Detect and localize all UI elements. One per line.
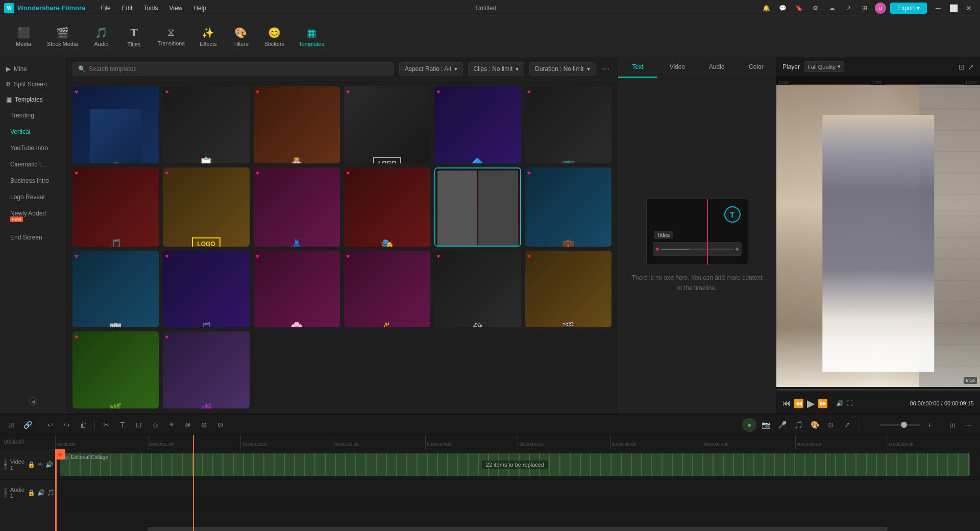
add-video-track-button[interactable]: + — [4, 460, 7, 470]
template-card-9[interactable]: ♥ 👗 00:13 ⬇ AI Style Fashion Vibes ... — [254, 167, 340, 247]
mask-button[interactable]: ⌖ — [164, 418, 179, 432]
message-icon[interactable]: 💬 — [777, 2, 789, 14]
template-card-5[interactable]: ♥ 🔷 00:06 ⬇ LOGO Reveal 17 — [434, 86, 521, 163]
menu-view[interactable]: View — [164, 3, 187, 14]
add-audio-track-button[interactable]: + — [4, 488, 7, 498]
sidebar-item-youtube-intro[interactable]: YouTube Intro — [2, 140, 64, 156]
redo-button[interactable]: ↪ — [60, 418, 74, 432]
play-button[interactable]: ▶ — [807, 397, 815, 409]
template-card-10[interactable]: ♥ 🎭 00:10 ⬇ The Clown Appears — [344, 167, 430, 247]
tab-video[interactable]: Video — [657, 57, 697, 78]
tool-filters[interactable]: 🎨 Filters — [226, 22, 256, 51]
sidebar-item-newly-added[interactable]: Newly Added NEW — [2, 206, 64, 229]
apps-icon[interactable]: ⊞ — [859, 2, 871, 14]
audio-solo-icon[interactable]: 🎵 — [47, 489, 55, 496]
audio-mute-icon[interactable]: 🔊 — [37, 489, 45, 496]
video-eye-icon[interactable]: 👁 — [37, 461, 43, 468]
settings-icon[interactable]: ⚙ — [810, 2, 822, 14]
quality-select[interactable]: Full Quality ▾ — [804, 61, 844, 72]
menu-edit[interactable]: Edit — [117, 3, 138, 14]
collapse-sidebar-button[interactable]: ◀ — [29, 397, 37, 405]
minimize-button[interactable]: ─ — [931, 2, 945, 14]
tool-audio[interactable]: 🎵 Audio — [86, 22, 117, 51]
template-card-19[interactable]: ♥ 🌿 00:10 ⬇ — [72, 331, 159, 408]
template-card-15[interactable]: ♥ 🌸 00:13 ⬇ Sweet And Beautiful F... — [254, 251, 340, 328]
more-options-button[interactable]: ··· — [601, 62, 611, 76]
duration-filter[interactable]: Duration : No limit ▾ — [529, 62, 595, 76]
player-video[interactable]: 9:16 — [776, 85, 980, 387]
cloud-icon[interactable]: ☁ — [826, 2, 838, 14]
tool-stickers[interactable]: 😊 Stickers — [258, 22, 290, 51]
fullscreen-icon[interactable]: ⤢ — [968, 63, 974, 71]
camera-button[interactable]: 📷 — [758, 418, 773, 432]
notification-icon[interactable]: 🔔 — [761, 2, 773, 14]
text-button[interactable]: T — [115, 418, 130, 432]
layout-button[interactable]: ⊞ — [945, 418, 960, 432]
keyframe-button[interactable]: ◇ — [148, 418, 162, 432]
undo-button[interactable]: ↩ — [43, 418, 58, 432]
template-card-3[interactable]: ♥ 🎂 00:09 ⬇ Birthday Record 03 — [254, 86, 340, 163]
maximize-button[interactable]: ⬜ — [946, 2, 961, 14]
sidebar-item-cinematic[interactable]: Cinematic I... — [2, 157, 64, 172]
trim-button[interactable]: ⊘ — [213, 418, 228, 432]
template-card-6[interactable]: ♥ 📺 00:08 ⬇ Endscreen 06 — [525, 86, 611, 163]
tool-effects[interactable]: ✨ Effects — [193, 22, 224, 51]
video-lock-icon[interactable]: 🔒 — [28, 461, 35, 468]
tool-media[interactable]: ⬛ Media — [8, 22, 39, 51]
zoom-out-button[interactable]: − — [863, 418, 877, 432]
sidebar-split-screen[interactable]: ⧉ Split Screen — [0, 77, 66, 92]
tab-audio[interactable]: Audio — [697, 57, 737, 78]
template-card-1[interactable]: ♥ 📺 00:09 ⬇ The Key News Channe... — [72, 86, 159, 163]
aspect-ratio-filter[interactable]: Aspect Ratio : All ▾ — [399, 62, 463, 76]
delete-button[interactable]: 🗑 — [76, 418, 90, 432]
audio-lock-icon[interactable]: 🔒 — [28, 489, 35, 496]
sidebar-item-trending[interactable]: Trending — [2, 108, 64, 123]
step-forward-button[interactable]: ⏩ — [818, 399, 828, 408]
stabilize2-button[interactable]: ⊙ — [824, 418, 838, 432]
crop-button[interactable]: ⊡ — [132, 418, 146, 432]
user-avatar[interactable]: U — [875, 3, 886, 14]
template-card-12[interactable]: ♥ 💼 00:09 ⬇ Exquisite Business Sal... — [525, 167, 611, 247]
more-button[interactable]: ··· — [962, 418, 976, 432]
menu-tools[interactable]: Tools — [138, 3, 163, 14]
audio-record-button[interactable]: 🎵 — [791, 418, 805, 432]
search-input[interactable] — [89, 65, 388, 73]
skip-back-button[interactable]: ⏮ — [782, 399, 791, 408]
tab-color[interactable]: Color — [737, 57, 776, 78]
link-button[interactable]: 🔗 — [20, 418, 35, 432]
export-small-button[interactable]: ↗ — [840, 418, 854, 432]
color-grading-button[interactable]: 🎨 — [807, 418, 822, 432]
sidebar-item-business-intro[interactable]: Business Intro — [2, 173, 64, 188]
add-track-button[interactable]: ⊞ — [4, 418, 18, 432]
tool-templates[interactable]: ▦ Templates — [292, 22, 330, 51]
share-icon[interactable]: ↗ — [842, 2, 854, 14]
video-clip[interactable]: ▦ Editorial Collage 22 items to be repla… — [60, 453, 970, 476]
tool-transitions[interactable]: ⧖ Transitions — [152, 22, 191, 51]
template-card-4[interactable]: ♥ LOGO 00:09 ⬇ LOGO Reveal 12 — [344, 86, 430, 163]
template-card-8[interactable]: ♥ LOGO 00:06 ⬇ LOGO Reveal 13 — [163, 167, 249, 247]
step-back-button[interactable]: ⏪ — [794, 399, 804, 408]
tool-titles[interactable]: T Titles — [119, 22, 150, 52]
template-card-14[interactable]: ♥ 🎵 00:11 ⬇ Dynamic Music Snap 03 — [163, 251, 249, 328]
crop-icon[interactable]: ⊡ — [959, 63, 965, 71]
sidebar-mine[interactable]: ▶ Mine — [0, 61, 66, 77]
zoom-track[interactable] — [879, 424, 920, 426]
template-card-13[interactable]: ♥ 🏢 00:11 ⬇ Exquisite Business Sal... — [72, 251, 159, 328]
export-button[interactable]: Media Export ▾ — [890, 3, 927, 14]
video-audio-icon[interactable]: 🔊 — [45, 461, 53, 468]
sidebar-item-vertical[interactable]: Vertical — [2, 124, 64, 139]
template-card-16[interactable]: ♥ 💃 00:12 ⬇ — [344, 251, 430, 328]
player-progress-bar[interactable] — [776, 389, 980, 391]
menu-help[interactable]: Help — [188, 3, 211, 14]
tab-text[interactable]: Text — [618, 57, 657, 78]
template-card-17[interactable]: ♥ 🏔 00:15 ⬇ + — [434, 251, 521, 328]
template-card-11[interactable]: Add to Project ♥ 00:09 + Editorial Colla… — [434, 167, 521, 247]
volume-icon[interactable]: 🔊 — [836, 400, 844, 407]
menu-file[interactable]: File — [95, 3, 115, 14]
zoom-thumb[interactable] — [901, 422, 907, 428]
sidebar-item-logo-reveal[interactable]: Logo Reveal — [2, 189, 64, 205]
timeline-settings-button[interactable]: ● — [742, 418, 756, 432]
search-box[interactable]: 🔍 — [72, 62, 394, 76]
template-card-18[interactable]: ♥ 🎬 00:11 ⬇ — [525, 251, 611, 328]
template-card-2[interactable]: ♥ 📋 00:09 ⬇ Endscreen 05 — [163, 86, 249, 163]
